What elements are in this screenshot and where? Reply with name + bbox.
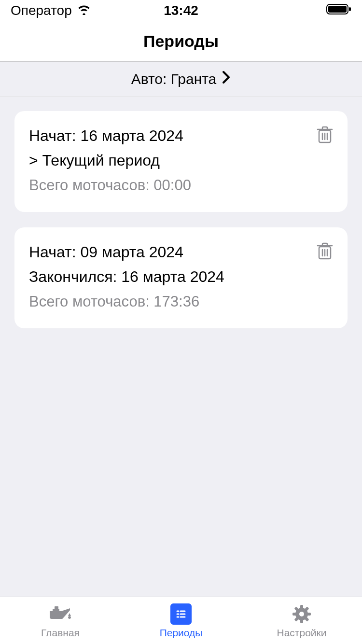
- tab-bar: Главная Периоды: [0, 597, 362, 644]
- carrier-label: Оператор: [11, 3, 72, 18]
- tab-label: Периоды: [160, 627, 203, 639]
- chevron-right-icon: [222, 70, 231, 87]
- tab-home[interactable]: Главная: [0, 597, 121, 644]
- svg-point-29: [299, 612, 304, 616]
- oil-can-icon: [47, 603, 74, 625]
- battery-icon: [326, 3, 351, 18]
- svg-rect-13: [55, 606, 58, 609]
- svg-rect-22: [300, 619, 303, 623]
- page-title: Периоды: [143, 32, 219, 51]
- nav-bar: Периоды: [0, 21, 362, 62]
- period-card-body: Начат: 09 марта 2024 Закончился: 16 март…: [29, 240, 309, 315]
- status-bar: Оператор 13:42: [0, 0, 362, 21]
- period-ended: Закончился: 16 марта 2024: [29, 265, 309, 289]
- period-started: Начат: 09 марта 2024: [29, 240, 309, 265]
- wifi-icon: [77, 3, 91, 18]
- tab-periods[interactable]: Периоды: [121, 597, 241, 644]
- period-hours: Всего моточасов: 173:36: [29, 289, 309, 315]
- car-selector[interactable]: Авто: Гранта: [0, 62, 362, 97]
- trash-icon: [317, 137, 333, 145]
- period-card[interactable]: Начат: 16 марта 2024 > Текущий период Вс…: [14, 111, 348, 212]
- car-selector-label: Авто: Гранта: [131, 71, 217, 87]
- periods-list: Начат: 16 марта 2024 > Текущий период Вс…: [0, 97, 362, 328]
- list-icon: [170, 603, 192, 625]
- tab-settings[interactable]: Настройки: [241, 597, 362, 644]
- status-right: [326, 3, 351, 18]
- svg-rect-23: [292, 613, 296, 616]
- svg-rect-21: [300, 605, 303, 609]
- gear-icon: [291, 603, 312, 625]
- period-status: > Текущий период: [29, 148, 309, 173]
- trash-icon: [317, 253, 333, 262]
- period-started: Начат: 16 марта 2024: [29, 124, 309, 148]
- tab-label: Главная: [41, 627, 80, 639]
- clock: 13:42: [164, 3, 198, 18]
- delete-period-button[interactable]: [317, 126, 333, 146]
- period-hours: Всего моточасов: 00:00: [29, 173, 309, 198]
- status-left: Оператор: [11, 3, 91, 18]
- delete-period-button[interactable]: [317, 242, 333, 262]
- tab-label: Настройки: [277, 627, 327, 639]
- svg-rect-1: [328, 6, 347, 13]
- svg-rect-2: [349, 7, 351, 11]
- period-card[interactable]: Начат: 09 марта 2024 Закончился: 16 март…: [14, 227, 348, 328]
- svg-rect-24: [307, 613, 311, 616]
- period-card-body: Начат: 16 марта 2024 > Текущий период Вс…: [29, 124, 309, 198]
